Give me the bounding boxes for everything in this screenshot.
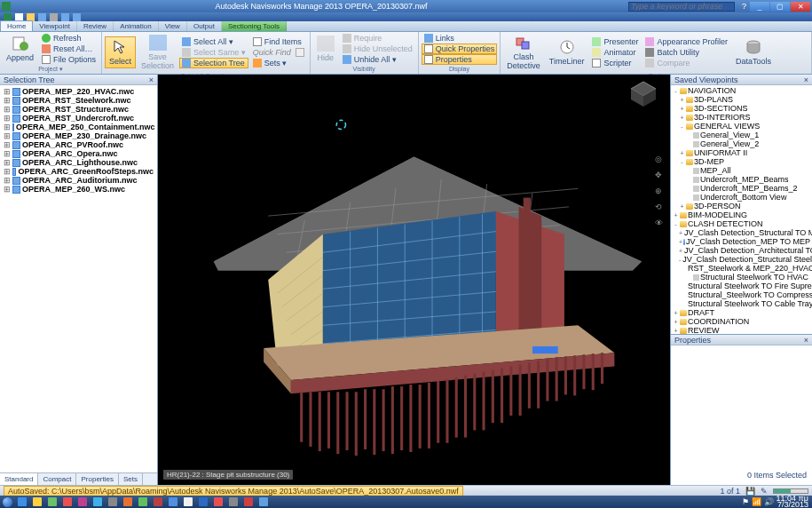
viewpoint-item[interactable]: +JV_Clash Detection_Architectural TO MEP (672, 246, 811, 255)
tree-item[interactable]: ⊞OPERA_ARC_Auditorium.nwc (2, 176, 155, 185)
expand-icon[interactable]: + (679, 203, 685, 210)
panel-close-icon[interactable]: × (804, 336, 808, 345)
timeliner-button[interactable]: TimeLiner (546, 37, 588, 67)
compare-button[interactable]: Compare (643, 58, 730, 68)
datatools-button[interactable]: DataTools (732, 37, 775, 67)
expand-icon[interactable]: ⊞ (4, 185, 11, 194)
tab-sectioning-tools[interactable]: Sectioning Tools (222, 21, 287, 31)
tree-item[interactable]: ⊞OPERA_RST_Undercroft.nwc (2, 114, 155, 123)
help-icon[interactable]: ? (742, 2, 746, 11)
tab-output[interactable]: Output (187, 21, 222, 31)
tree-item[interactable]: ⊞OPERA_MEP_260_WS.nwc (2, 185, 155, 194)
viewpoint-item[interactable]: Undercroft_MEP_Beams_2 (672, 184, 811, 193)
3d-viewport[interactable]: ◎ ✥ ⊕ ⟲ 👁 HR(21)-22 : Stage pit substruc… (158, 75, 670, 485)
tree-item[interactable]: ⊞OPERA_ARC_Opera.nwc (2, 149, 155, 158)
expand-icon[interactable]: ⊞ (4, 131, 11, 140)
tree-tab-properties[interactable]: Properties (76, 473, 118, 485)
animator-button[interactable]: Animator (589, 47, 641, 58)
saved-viewpoints-tree[interactable]: -NAVIGATION+3D-PLANS+3D-SECTIONS+3D-INTE… (671, 85, 812, 334)
taskbar-app-icon[interactable] (210, 496, 225, 508)
tree-item[interactable]: ⊞OPERA_ARC_GreenRoofSteps.nwc (2, 167, 155, 176)
pan-icon[interactable]: ✥ (652, 171, 665, 183)
hide-button[interactable]: Hide (313, 34, 338, 64)
expand-icon[interactable]: + (679, 97, 685, 103)
taskbar-app-icon[interactable] (165, 496, 180, 508)
system-tray[interactable]: ⚑ 📶 🔊 11:04 πμ 7/3/2013 (742, 496, 812, 508)
tree-item[interactable]: ⊞OPERA_RST_Structure.nwc (2, 105, 155, 114)
expand-icon[interactable]: - (673, 221, 679, 227)
viewpoint-item[interactable]: RST_Steelwork & MEP_220_HVAC (672, 264, 811, 273)
scripter-button[interactable]: Scripter (589, 58, 641, 68)
viewpoint-item[interactable]: +3D-SECTIONS (672, 104, 811, 113)
selection-tree-body[interactable]: ⊞OPERA_MEP_220_HVAC.nwc⊞OPERA_RST_Steelw… (0, 85, 157, 472)
expand-icon[interactable]: - (679, 159, 685, 165)
tab-viewpoint[interactable]: Viewpoint (33, 21, 77, 31)
expand-icon[interactable]: + (673, 310, 679, 316)
viewpoint-item[interactable]: Undercroft_MEP_Beams (672, 175, 811, 184)
taskbar-app-icon[interactable] (180, 496, 195, 508)
presenter-button[interactable]: Presenter (589, 36, 641, 47)
viewcube[interactable] (627, 78, 659, 110)
expand-icon[interactable]: ⊞ (4, 96, 11, 105)
tree-item[interactable]: ⊞OPERA_ARC_PVRoof.nwc (2, 140, 155, 149)
viewpoint-item[interactable]: MEP_All (672, 166, 811, 175)
expand-icon[interactable]: + (679, 106, 685, 112)
clash-detective-button[interactable]: Clash Detective (503, 33, 544, 72)
taskbar-app-icon[interactable] (256, 496, 271, 508)
window-minimize-button[interactable]: _ (750, 2, 769, 12)
viewpoint-item[interactable]: +DRAFT (672, 308, 811, 317)
viewpoint-item[interactable]: +JV_Clash Detection_MEP TO MEP (672, 237, 811, 246)
tray-network-icon[interactable]: 📶 (752, 497, 761, 506)
tree-item[interactable]: ⊞OPERA_MEP_230_Drainage.nwc (2, 131, 155, 140)
taskbar-app-icon[interactable] (14, 496, 29, 508)
expand-icon[interactable]: ⊞ (4, 114, 11, 123)
quick-find-input[interactable]: Quick Find (250, 47, 307, 58)
expand-icon[interactable]: ⊞ (4, 123, 11, 131)
expand-icon[interactable]: ⊞ (4, 158, 11, 167)
taskbar-app-icon[interactable] (90, 496, 105, 508)
viewpoint-item[interactable]: +3D-INTERIORS (672, 113, 811, 122)
save-icon[interactable] (38, 13, 46, 21)
tray-flag-icon[interactable]: ⚑ (742, 497, 749, 506)
expand-icon[interactable]: + (673, 319, 679, 325)
viewpoint-item[interactable]: +UNIFORMAT II (672, 148, 811, 157)
expand-icon[interactable]: ⊞ (4, 87, 11, 96)
selection-tree-button[interactable]: Selection Tree (179, 58, 248, 68)
reset-all-button[interactable]: Reset All… (39, 44, 99, 54)
taskbar-app-icon[interactable] (29, 496, 44, 508)
viewpoint-item[interactable]: +COORDINATION (672, 317, 811, 326)
tree-item[interactable]: ⊞OPERA_MEP_220_HVAC.nwc (2, 87, 155, 96)
viewpoint-item[interactable]: +BIM-MODELING (672, 210, 811, 219)
viewpoint-item[interactable]: -JV_Clash Detection_Structural Steel TO … (672, 255, 811, 264)
find-items-button[interactable]: Find Items (250, 36, 307, 47)
expand-icon[interactable]: + (673, 212, 679, 218)
taskbar-app-icon[interactable] (135, 496, 150, 508)
expand-icon[interactable]: + (679, 230, 682, 236)
expand-icon[interactable]: ⊞ (4, 140, 11, 149)
viewpoint-item[interactable]: -NAVIGATION (672, 86, 811, 95)
append-button[interactable]: Append (3, 34, 37, 64)
appearance-profiler-button[interactable]: Appearance Profiler (643, 36, 730, 47)
taskbar-app-icon[interactable] (240, 496, 256, 508)
expand-icon[interactable]: ⊞ (4, 167, 11, 176)
redo-icon[interactable] (73, 13, 81, 21)
viewpoint-item[interactable]: -GENERAL VIEWS (672, 122, 811, 131)
quick-properties-button[interactable]: Quick Properties (422, 44, 498, 54)
tree-tab-sets[interactable]: Sets (119, 473, 143, 485)
look-icon[interactable]: 👁 (652, 218, 665, 231)
expand-icon[interactable]: + (679, 248, 682, 254)
expand-icon[interactable]: + (673, 328, 679, 334)
tray-volume-icon[interactable]: 🔊 (764, 497, 774, 506)
file-options-button[interactable]: File Options (39, 54, 99, 65)
viewpoint-item[interactable]: +REVIEW (672, 326, 811, 334)
hide-unselected-button[interactable]: Hide Unselected (340, 44, 415, 54)
viewpoint-item[interactable]: Structural_Steelwork TO Compressed Air (672, 290, 811, 299)
expand-icon[interactable]: + (679, 115, 685, 121)
links-button[interactable]: Links (422, 33, 498, 44)
panel-close-icon[interactable]: × (149, 75, 154, 84)
taskbar-app-icon[interactable] (195, 496, 210, 508)
expand-icon[interactable]: ⊞ (4, 176, 11, 185)
tree-item[interactable]: ⊞OPERA_MEP_250_Containment.nwc (2, 123, 155, 131)
taskbar-app-icon[interactable] (59, 496, 75, 508)
taskbar-app-icon[interactable] (75, 496, 90, 508)
